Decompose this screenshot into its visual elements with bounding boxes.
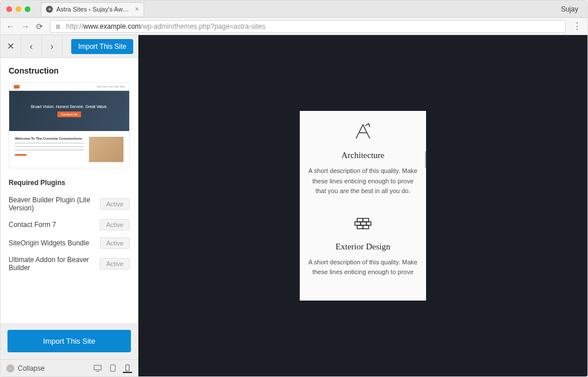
close-window-icon[interactable] [6,6,12,12]
browser-tab[interactable]: ✳ Astra Sites ‹ Sujay's Awesome × [41,2,144,16]
preview-area: Architecture A short description of this… [138,35,587,376]
plugin-row: Beaver Builder Plugin (Lite Version) Act… [9,193,130,216]
sidebar-body: Construction Broad Vision. Honest Servic… [1,58,138,323]
page-icon: 🗎 [55,23,61,30]
svg-rect-3 [126,364,129,371]
minimize-window-icon[interactable] [16,6,21,12]
bricks-icon [354,214,372,232]
browser-menu-button[interactable]: ⋮ [572,21,582,32]
svg-rect-0 [94,365,101,370]
plugin-name: SiteOrigin Widgets Bundle [9,239,95,247]
close-button[interactable]: ✕ [1,35,21,58]
tab-close-icon[interactable]: × [135,5,139,13]
feature-block: Exterior Design A short description of t… [308,214,418,278]
template-thumbnail[interactable]: Broad Vision. Honest Service. Great Valu… [9,82,130,168]
scrollbar-thumb[interactable] [425,151,426,168]
collapse-button[interactable]: ‹ Collapse [6,364,45,372]
svg-rect-11 [363,225,369,229]
plugin-name: Contact Form 7 [9,221,95,229]
import-site-button-large[interactable]: Import This Site [7,330,131,352]
thumb-logo-icon [14,85,20,89]
import-site-button-top[interactable]: Import This Site [71,39,133,54]
site-template-title: Construction [9,66,130,75]
collapse-label: Collapse [18,364,45,372]
svg-rect-2 [110,365,115,371]
plugin-status-badge: Active [100,258,130,270]
svg-rect-5 [357,218,363,222]
url-text: http://www.example.com/wp-admin/themes.p… [66,22,265,30]
plugin-status-badge: Active [100,219,130,230]
customizer-sidebar: ✕ ‹ › Import This Site Construction Broa… [1,35,138,376]
maximize-window-icon[interactable] [25,6,30,12]
thumb-hero-cta: Contact Us [57,111,82,117]
device-mobile-button[interactable] [123,364,132,373]
feature-block: Architecture A short description of this… [308,122,418,197]
window-traffic-lights[interactable] [6,6,30,12]
browser-address-bar: ← → ⟳ 🗎 http://www.example.com/wp-admin/… [1,18,587,35]
device-switcher [93,364,132,373]
tab-title: Astra Sites ‹ Sujay's Awesome [56,6,131,13]
feature-desc: A short description of this quality. Mak… [308,166,418,197]
sidebar-import-area: Import This Site [1,323,138,359]
thumb-hero-text: Broad Vision. Honest Service. Great Valu… [31,105,108,109]
plugin-name: Beaver Builder Plugin (Lite Version) [9,196,95,212]
device-tablet-button[interactable] [108,364,117,373]
plugins-heading: Required Plugins [9,179,130,187]
reload-button[interactable]: ⟳ [36,22,43,31]
feature-title: Exterior Design [308,242,418,252]
plugin-name: Ultimate Addon for Beaver Builder [9,256,95,272]
svg-rect-6 [363,218,369,222]
plugin-status-badge: Active [100,198,130,210]
sidebar-top-toolbar: ✕ ‹ › Import This Site [1,35,138,58]
plugin-row: SiteOrigin Widgets Bundle Active [9,234,130,252]
architecture-icon [354,122,372,141]
svg-rect-10 [357,225,363,229]
browser-tab-bar: ✳ Astra Sites ‹ Sujay's Awesome × Sujay [1,1,587,18]
plugin-row: Contact Form 7 Active [9,216,130,234]
collapse-icon: ‹ [6,364,14,372]
browser-profile-label[interactable]: Sujay [561,5,582,13]
feature-title: Architecture [308,151,418,160]
next-button[interactable]: › [42,35,63,58]
device-desktop-button[interactable] [93,364,102,373]
svg-rect-9 [366,222,371,225]
plugin-row: Ultimate Addon for Beaver Builder Active [9,252,130,275]
sidebar-footer: ‹ Collapse [1,359,138,376]
mobile-preview-frame[interactable]: Architecture A short description of this… [300,111,426,301]
url-input[interactable]: 🗎 http://www.example.com/wp-admin/themes… [50,20,566,33]
back-button[interactable]: ← [6,22,14,31]
forward-button[interactable]: → [21,22,29,31]
app-content: ✕ ‹ › Import This Site Construction Broa… [1,35,587,376]
svg-rect-8 [361,222,366,225]
favicon-icon: ✳ [46,6,53,13]
thumb-image [89,137,123,162]
plugin-status-badge: Active [100,237,130,249]
browser-window: ✳ Astra Sites ‹ Sujay's Awesome × Sujay … [0,0,588,377]
svg-rect-7 [355,222,361,225]
thumb-heading: Welcome To The Concrete Constructions [15,137,84,140]
feature-desc: A short description of this quality. Mak… [308,257,418,278]
prev-button[interactable]: ‹ [21,35,42,58]
